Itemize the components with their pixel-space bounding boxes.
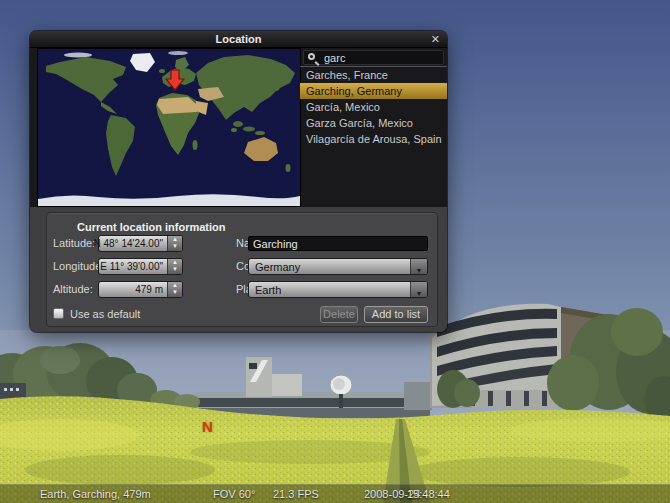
search-panel: garc Garches, France Garching, Germany G… xyxy=(300,48,447,207)
location-dialog: Location ✕ xyxy=(30,31,447,332)
list-item-selected[interactable]: Garching, Germany xyxy=(300,83,447,99)
list-item[interactable]: Vilagarcía de Arousa, Spain xyxy=(300,131,447,147)
delete-button[interactable]: Delete xyxy=(320,306,358,323)
longitude-spinbox[interactable]: E 11° 39'0.00" ▲▼ xyxy=(98,258,183,275)
status-fps: 21.3 FPS xyxy=(273,488,319,500)
map-panel: garc Garches, France Garching, Germany G… xyxy=(30,48,447,207)
spin-down-icon[interactable]: ▼ xyxy=(168,266,182,273)
list-item[interactable]: Garza García, Mexico xyxy=(300,115,447,131)
latitude-value: N 48° 14'24.00" xyxy=(93,238,163,249)
planet-dropdown-button[interactable]: ▼ xyxy=(410,282,427,297)
spin-up-icon[interactable]: ▲ xyxy=(168,259,182,266)
country-dropdown-button[interactable]: ▼ xyxy=(410,259,427,274)
use-as-default-checkbox[interactable] xyxy=(53,308,64,319)
altitude-label: Altitude: xyxy=(53,283,93,295)
longitude-value: E 11° 39'0.00" xyxy=(100,261,163,272)
group-title: Current location information xyxy=(77,221,226,233)
planet-dropdown[interactable]: Earth ▼ xyxy=(248,281,428,298)
stellarium-screen: N Earth, Garching, 479m FOV 60° 21.3 FPS… xyxy=(0,0,670,503)
search-text: garc xyxy=(324,52,345,64)
location-list: Garches, France Garching, Germany García… xyxy=(300,67,447,147)
list-item[interactable]: García, Mexico xyxy=(300,99,447,115)
latitude-label: Latitude: xyxy=(53,237,95,249)
altitude-spinbox[interactable]: 479 m ▲▼ xyxy=(98,281,183,298)
latitude-spinbox[interactable]: N 48° 14'24.00" ▲▼ xyxy=(98,235,183,252)
list-item[interactable]: Garches, France xyxy=(300,67,447,83)
spin-up-icon[interactable]: ▲ xyxy=(168,236,182,243)
planet-value: Earth xyxy=(255,284,281,296)
name-city-input[interactable] xyxy=(248,236,428,251)
cardinal-north-label: N xyxy=(202,418,213,435)
dialog-titlebar[interactable]: Location ✕ xyxy=(30,31,447,48)
spin-down-icon[interactable]: ▼ xyxy=(168,289,182,296)
location-form-panel: Current location information Latitude: N… xyxy=(30,207,447,332)
status-fov: FOV 60° xyxy=(213,488,255,500)
spin-up-icon[interactable]: ▲ xyxy=(168,282,182,289)
status-bar: Earth, Garching, 479m FOV 60° 21.3 FPS 2… xyxy=(0,484,670,503)
altitude-spin-buttons[interactable]: ▲▼ xyxy=(167,282,182,297)
longitude-label: Longitude: xyxy=(53,260,104,272)
status-location: Earth, Garching, 479m xyxy=(40,488,151,500)
use-as-default-label: Use as default xyxy=(70,308,140,320)
dialog-title: Location xyxy=(30,33,447,45)
spin-down-icon[interactable]: ▼ xyxy=(168,243,182,250)
country-value: Germany xyxy=(255,261,300,273)
status-time: 15:48:44 xyxy=(407,488,450,500)
search-input[interactable]: garc xyxy=(303,50,444,65)
search-icon xyxy=(308,53,315,60)
close-icon[interactable]: ✕ xyxy=(431,32,440,47)
chevron-down-icon: ▼ xyxy=(416,267,423,274)
chevron-down-icon: ▼ xyxy=(416,290,423,297)
add-to-list-button[interactable]: Add to list xyxy=(364,306,428,323)
latitude-spin-buttons[interactable]: ▲▼ xyxy=(167,236,182,251)
longitude-spin-buttons[interactable]: ▲▼ xyxy=(167,259,182,274)
altitude-value: 479 m xyxy=(135,284,163,295)
world-map[interactable] xyxy=(38,49,300,206)
country-dropdown[interactable]: Germany ▼ xyxy=(248,258,428,275)
